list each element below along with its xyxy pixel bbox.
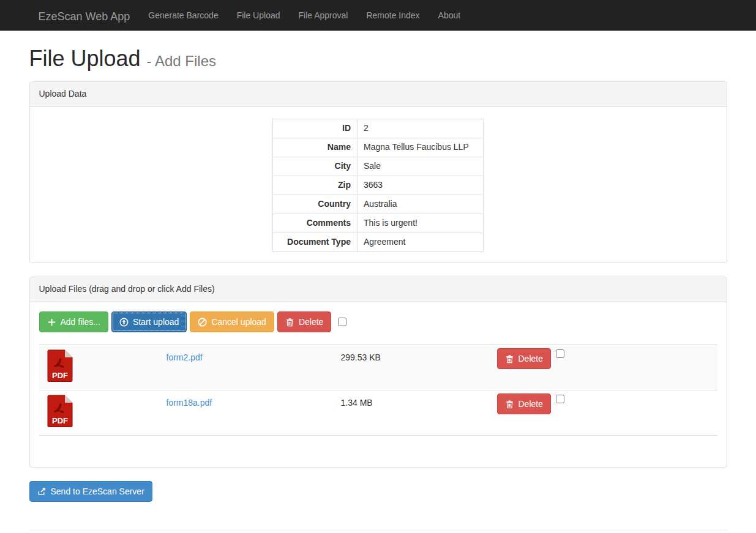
navbar-brand[interactable]: EzeScan Web App bbox=[29, 0, 140, 30]
pdf-file-icon: PDF bbox=[47, 349, 157, 386]
nav-item-file-upload[interactable]: File Upload bbox=[228, 0, 290, 31]
delete-file-label: Delete bbox=[518, 398, 543, 410]
page-title: File Upload - Add Files bbox=[29, 43, 727, 74]
nav-item-file-approval[interactable]: File Approval bbox=[290, 0, 357, 31]
toggle-all-checkbox[interactable] bbox=[338, 318, 346, 326]
upload-circle-icon bbox=[119, 318, 129, 327]
field-value-name: Magna Tellus Faucibus LLP bbox=[357, 138, 484, 157]
field-label-zip: Zip bbox=[273, 176, 357, 195]
start-upload-label: Start upload bbox=[133, 316, 179, 328]
table-row: Country Australia bbox=[273, 195, 484, 214]
field-label-city: City bbox=[273, 157, 357, 176]
delete-selected-label: Delete bbox=[299, 316, 323, 328]
svg-text:PDF: PDF bbox=[52, 416, 68, 425]
navbar: EzeScan Web App Generate Barcode File Up… bbox=[0, 0, 756, 31]
upload-data-table: ID 2 Name Magna Tellus Faucibus LLP City… bbox=[272, 119, 484, 252]
field-value-zip: 3663 bbox=[357, 176, 484, 195]
upload-toolbar: Add files... Start upload Cancel upload bbox=[39, 311, 717, 332]
upload-data-panel-header: Upload Data bbox=[30, 82, 727, 107]
delete-file-label: Delete bbox=[518, 352, 543, 365]
delete-file-button[interactable]: Delete bbox=[497, 348, 551, 369]
file-name-link[interactable]: form18a.pdf bbox=[167, 398, 212, 408]
file-select-checkbox[interactable] bbox=[556, 349, 564, 358]
table-row: Document Type Agreement bbox=[273, 233, 484, 252]
start-upload-button[interactable]: Start upload bbox=[111, 311, 187, 332]
upload-files-panel: Upload Files (drag and drop or click Add… bbox=[29, 277, 727, 467]
send-to-server-label: Send to EzeScan Server bbox=[51, 485, 144, 498]
cancel-upload-label: Cancel upload bbox=[211, 316, 266, 328]
navbar-menu: Generate Barcode File Upload File Approv… bbox=[139, 0, 470, 30]
cancel-upload-button[interactable]: Cancel upload bbox=[190, 311, 274, 332]
ban-icon bbox=[198, 318, 207, 327]
table-row: Name Magna Tellus Faucibus LLP bbox=[273, 138, 484, 157]
file-size: 1.34 MB bbox=[341, 398, 373, 408]
file-row: PDF form2.pdf 299.53 KB bbox=[39, 345, 717, 390]
add-files-label: Add files... bbox=[61, 316, 100, 328]
trash-icon bbox=[505, 354, 514, 363]
field-value-id: 2 bbox=[357, 119, 484, 138]
file-size: 299.53 KB bbox=[341, 352, 381, 362]
export-icon bbox=[37, 486, 47, 496]
field-label-country: Country bbox=[273, 195, 357, 214]
plus-icon bbox=[47, 318, 56, 327]
field-value-document-type: Agreement bbox=[357, 233, 484, 252]
field-value-country: Australia bbox=[357, 195, 484, 214]
file-select-checkbox[interactable] bbox=[556, 395, 564, 403]
page-title-main: File Upload bbox=[29, 46, 141, 71]
files-table-spacer-row bbox=[39, 436, 717, 458]
nav-item-remote-index[interactable]: Remote Index bbox=[357, 0, 429, 31]
nav-item-about[interactable]: About bbox=[429, 0, 470, 31]
field-value-comments: This is urgent! bbox=[357, 214, 484, 233]
table-row: Zip 3663 bbox=[273, 176, 484, 195]
svg-text:PDF: PDF bbox=[52, 371, 68, 380]
pdf-file-icon: PDF bbox=[47, 395, 157, 431]
field-label-id: ID bbox=[273, 119, 357, 138]
delete-selected-button[interactable]: Delete bbox=[277, 311, 331, 332]
table-row: ID 2 bbox=[273, 119, 484, 138]
upload-data-panel: Upload Data ID 2 Name Magna Tellus Fauci… bbox=[29, 81, 727, 263]
page-subtitle: - Add Files bbox=[147, 53, 216, 69]
field-label-document-type: Document Type bbox=[273, 233, 357, 252]
send-to-server-button[interactable]: Send to EzeScan Server bbox=[29, 481, 152, 502]
field-label-comments: Comments bbox=[273, 214, 357, 233]
nav-item-generate-barcode[interactable]: Generate Barcode bbox=[139, 0, 227, 31]
file-name-link[interactable]: form2.pdf bbox=[167, 352, 203, 362]
footer-divider bbox=[29, 530, 727, 531]
trash-icon bbox=[285, 318, 294, 327]
delete-file-button[interactable]: Delete bbox=[497, 393, 551, 414]
table-row: Comments This is urgent! bbox=[273, 214, 484, 233]
field-value-city: Sale bbox=[357, 157, 484, 176]
add-files-button[interactable]: Add files... bbox=[39, 311, 108, 332]
file-row: PDF form18a.pdf 1.34 MB bbox=[39, 390, 717, 436]
field-label-name: Name bbox=[273, 138, 357, 157]
trash-icon bbox=[505, 400, 514, 409]
files-table: PDF form2.pdf 299.53 KB bbox=[39, 345, 717, 457]
upload-files-panel-header: Upload Files (drag and drop or click Add… bbox=[30, 277, 727, 302]
table-row: City Sale bbox=[273, 157, 484, 176]
